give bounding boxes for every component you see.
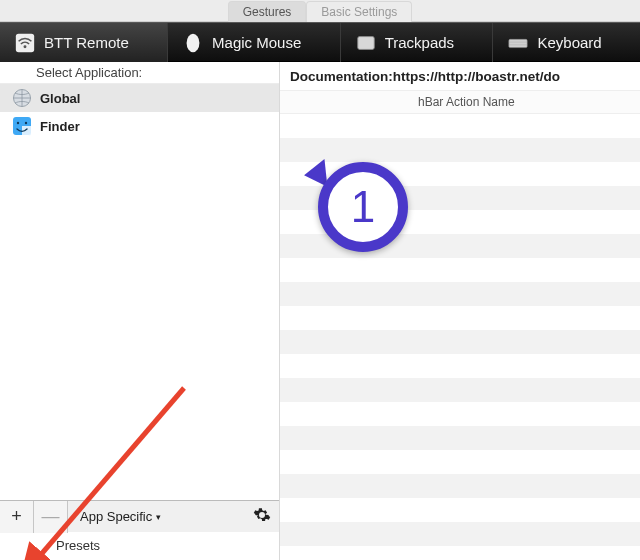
content-pane: Documentation: https://http://boastr.net…	[280, 62, 640, 560]
toolbar-keyboard[interactable]: Keyboard	[493, 23, 640, 62]
tab-gestures[interactable]: Gestures	[228, 1, 307, 22]
toolbar-trackpads[interactable]: Trackpads	[341, 23, 494, 62]
add-app-button[interactable]: +	[0, 501, 34, 533]
trackpad-icon	[355, 32, 377, 54]
toolbar-label: Keyboard	[537, 34, 601, 51]
sidebar-footer: + — App Specific ▾	[0, 500, 279, 532]
globe-icon	[12, 88, 32, 108]
svg-point-1	[24, 45, 27, 48]
svg-rect-4	[509, 39, 527, 47]
toolbar-label: BTT Remote	[44, 34, 129, 51]
svg-point-2	[187, 33, 200, 51]
dropdown-caret-icon: ▾	[156, 512, 161, 522]
table-row[interactable]	[280, 474, 640, 498]
application-list: Global Finder	[0, 84, 279, 500]
tab-basic-settings[interactable]: Basic Settings	[306, 1, 412, 22]
doc-prefix: Documentation:	[290, 69, 393, 84]
toolbar-label: Magic Mouse	[212, 34, 301, 51]
table-row[interactable]	[280, 450, 640, 474]
keyboard-icon	[507, 32, 529, 54]
table-row[interactable]	[280, 282, 640, 306]
svg-point-9	[17, 122, 19, 124]
remove-app-button[interactable]: —	[34, 501, 68, 533]
toolbar-btt-remote[interactable]: BTT Remote	[0, 23, 168, 62]
toolbar-label: Trackpads	[385, 34, 454, 51]
mouse-icon	[182, 32, 204, 54]
table-row[interactable]	[280, 402, 640, 426]
table-row[interactable]	[280, 426, 640, 450]
documentation-link[interactable]: Documentation: https://http://boastr.net…	[280, 62, 640, 90]
tutorial-callout: 1	[308, 152, 408, 252]
application-sidebar: Select Application: Global Finder + — Ap…	[0, 62, 280, 560]
app-specific-label: App Specific	[80, 509, 152, 524]
table-row[interactable]	[280, 114, 640, 138]
table-row[interactable]	[280, 498, 640, 522]
presets-label[interactable]: Presets	[0, 532, 279, 560]
app-item-finder[interactable]: Finder	[0, 112, 279, 140]
svg-rect-3	[357, 36, 374, 49]
table-row[interactable]	[280, 306, 640, 330]
gear-icon	[253, 506, 271, 527]
app-specific-dropdown[interactable]: App Specific ▾	[68, 509, 245, 524]
app-item-global[interactable]: Global	[0, 84, 279, 112]
settings-gear-button[interactable]	[245, 501, 279, 533]
table-row[interactable]	[280, 522, 640, 546]
top-tab-strip: Gestures Basic Settings	[0, 0, 640, 22]
column-header[interactable]: hBar Action Name	[280, 90, 640, 114]
table-row[interactable]	[280, 330, 640, 354]
app-item-label: Global	[40, 91, 80, 106]
table-row[interactable]	[280, 258, 640, 282]
svg-rect-0	[16, 33, 34, 51]
callout-number: 1	[318, 162, 408, 252]
svg-point-10	[25, 122, 27, 124]
sidebar-header: Select Application:	[0, 62, 279, 84]
table-row[interactable]	[280, 378, 640, 402]
toolbar-magic-mouse[interactable]: Magic Mouse	[168, 23, 341, 62]
device-toolbar: BTT Remote Magic Mouse Trackpads Keyboar…	[0, 22, 640, 62]
wifi-icon	[14, 32, 36, 54]
finder-icon	[12, 116, 32, 136]
app-item-label: Finder	[40, 119, 80, 134]
table-row[interactable]	[280, 354, 640, 378]
doc-url: https://http://boastr.net/do	[393, 69, 560, 84]
